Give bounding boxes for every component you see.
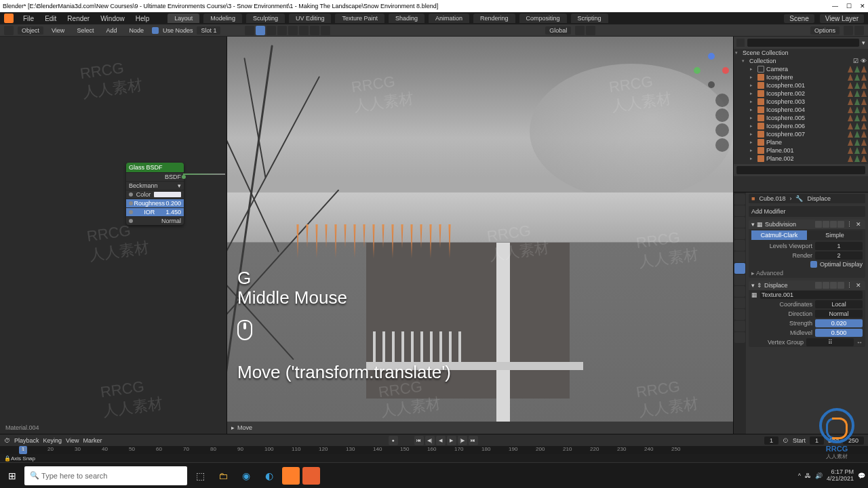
network-icon[interactable]: 🖧 [805, 472, 811, 479]
chevron-down-icon[interactable]: ▾ [751, 282, 755, 289]
axis-neg-icon[interactable] [708, 81, 715, 88]
menu-edit[interactable]: Edit [41, 15, 60, 22]
scene-props-icon[interactable] [734, 228, 745, 239]
menu-file[interactable]: File [19, 15, 38, 22]
timeline[interactable]: ⏱ Playback Keying View Marker ● ⏮ ◀| ◀ ▶… [0, 434, 868, 454]
app-icon[interactable] [302, 467, 320, 485]
mod-render-icon[interactable] [830, 221, 837, 228]
tl-menu-view[interactable]: View [66, 437, 79, 444]
checkbox-icon[interactable]: ☑ [853, 58, 859, 64]
mod-delete-button[interactable]: ✕ [854, 221, 863, 228]
snap-icon[interactable] [575, 26, 585, 35]
cursor-tool-icon[interactable] [256, 26, 265, 35]
use-nodes-checkbox[interactable] [152, 27, 159, 34]
mod-cage-icon[interactable] [837, 282, 844, 289]
play-reverse-icon[interactable]: ◀ [436, 436, 446, 445]
3d-viewport[interactable]: Object Mode View Select Add Object User … [227, 37, 733, 422]
data-props-icon[interactable] [734, 309, 745, 320]
transform-tool-icon[interactable] [299, 26, 309, 35]
outliner-item[interactable]: ▸Icosphere.005 [734, 114, 868, 122]
outliner-item[interactable]: ▸Icosphere.006 [734, 122, 868, 130]
mod-menu-icon[interactable]: ⋮ [846, 282, 852, 289]
outliner-item[interactable]: ▸Plane.001 [734, 146, 868, 155]
texture-selector[interactable]: Texture.001 [760, 291, 863, 299]
simple-button[interactable]: Simple [807, 230, 863, 240]
roughness-socket-icon[interactable] [129, 201, 133, 205]
pan-icon[interactable] [715, 108, 729, 122]
tab-compositing[interactable]: Compositing [519, 14, 567, 23]
screen-recorder-icon[interactable]: ◐ [259, 466, 279, 486]
current-frame-input[interactable]: 1 [764, 436, 778, 445]
outliner-editor-icon[interactable] [844, 26, 853, 35]
node-editor[interactable]: Glass BSDF BSDF Beckmann▾ Color Roughnes… [0, 37, 227, 434]
modifier-props-icon[interactable] [734, 263, 745, 274]
material-slot[interactable]: Slot 1 [197, 26, 220, 35]
taskbar-search[interactable]: 🔍 Type here to search [24, 466, 187, 485]
menu-window[interactable]: Window [96, 15, 129, 22]
maximize-button[interactable]: ☐ [846, 3, 852, 9]
add-modifier-button[interactable]: Add Modifier [749, 206, 865, 217]
outliner-filter-icon[interactable] [854, 26, 864, 35]
navigation-gizmo[interactable] [694, 53, 729, 88]
notifications-icon[interactable]: 💬 [858, 472, 865, 479]
tl-menu-marker[interactable]: Marker [83, 437, 102, 444]
preview-range-icon[interactable]: ⏲ [783, 437, 789, 444]
mod-menu-icon[interactable]: ⋮ [846, 221, 852, 228]
tl-menu-keying[interactable]: Keying [43, 437, 62, 444]
prev-key-icon[interactable]: ◀| [425, 436, 435, 445]
levels-viewport-input[interactable]: 1 [815, 242, 863, 250]
timeline-ruler[interactable]: 1 10203040506070809010011012013014015016… [0, 446, 868, 454]
viewport-options[interactable]: Options [810, 26, 840, 35]
outliner-editor-icon[interactable] [736, 39, 745, 47]
render-props-icon[interactable] [734, 194, 745, 205]
task-view-icon[interactable]: ⬚ [190, 466, 210, 486]
tl-menu-playback[interactable]: Playback [14, 437, 39, 444]
direction-dropdown[interactable]: Normal [815, 310, 863, 318]
node-menu-view[interactable]: View [47, 27, 68, 34]
timeline-editor-icon[interactable]: ⏱ [4, 437, 10, 444]
annotate-tool-icon[interactable] [310, 26, 319, 35]
outliner-collection[interactable]: ▾Collection☑👁 [734, 57, 868, 65]
ior-input[interactable]: IOR1.450 [126, 207, 184, 216]
node-title[interactable]: Glass BSDF [126, 163, 184, 172]
select-tool-icon[interactable] [245, 26, 254, 35]
auto-key-icon[interactable]: ● [389, 436, 398, 445]
scale-tool-icon[interactable] [288, 26, 298, 35]
normal-input[interactable]: Normal [126, 216, 184, 225]
node-menu-add[interactable]: Add [102, 27, 121, 34]
outliner-item[interactable]: ▸Plane.002 [734, 155, 868, 163]
minimize-button[interactable]: — [832, 3, 838, 9]
transform-orientation[interactable]: Global [545, 26, 571, 35]
play-icon[interactable]: ▶ [447, 436, 456, 445]
eye-icon[interactable]: 👁 [861, 58, 867, 64]
mod-delete-button[interactable]: ✕ [854, 282, 863, 289]
properties-breadcrumb[interactable]: ■Cube.018 ›🔧Displace [749, 194, 865, 203]
editor-type-icon[interactable] [4, 26, 14, 35]
viewlayer-props-icon[interactable] [734, 217, 745, 228]
measure-tool-icon[interactable] [321, 26, 330, 35]
move-tool-icon[interactable] [267, 26, 276, 35]
view-layer-selector[interactable]: View Layer [820, 14, 864, 23]
modifier-name[interactable]: Displace [764, 282, 788, 289]
chevron-down-icon[interactable]: ▾ [751, 221, 755, 228]
node-menu-select[interactable]: Select [73, 27, 98, 34]
tab-sculpting[interactable]: Sculpting [246, 14, 285, 23]
tab-layout[interactable]: Layout [167, 14, 199, 23]
tab-texture-paint[interactable]: Texture Paint [335, 14, 384, 23]
axis-x-icon[interactable] [722, 67, 729, 74]
texture-props-icon[interactable] [734, 332, 745, 343]
outliner-item[interactable]: ▸Icosphere [734, 73, 868, 81]
object-props-icon[interactable] [734, 251, 745, 262]
color-socket-icon[interactable] [129, 192, 133, 197]
tab-shading[interactable]: Shading [389, 14, 425, 23]
menu-render[interactable]: Render [63, 15, 94, 22]
scene-selector[interactable]: Scene [784, 14, 814, 23]
outliner-item[interactable]: ▸Camera [734, 65, 868, 73]
outliner-item[interactable]: ▸Icosphere.002 [734, 89, 868, 98]
volume-icon[interactable]: 🔊 [815, 472, 823, 479]
mod-edit-icon[interactable] [815, 282, 822, 289]
invert-icon[interactable]: ↔ [856, 339, 863, 346]
proportional-icon[interactable] [586, 26, 595, 35]
start-button[interactable]: ⊞ [3, 466, 22, 485]
outliner-item[interactable]: ▸Icosphere.007 [734, 130, 868, 138]
